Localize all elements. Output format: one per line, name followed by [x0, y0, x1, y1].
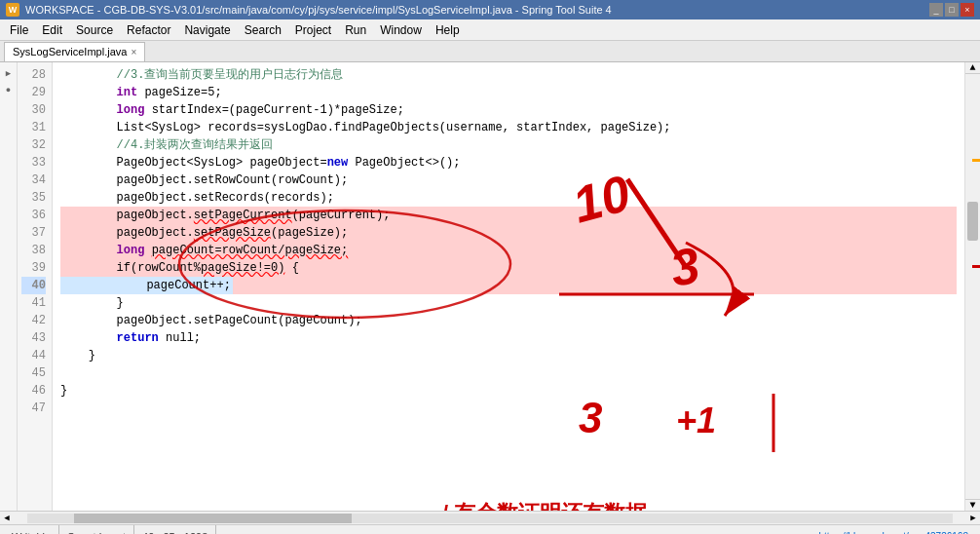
- code-line-33: PageObject<SysLog> pageObject=new PageOb…: [60, 154, 957, 172]
- tab-syslogserviceimpl[interactable]: SysLogServiceImpl.java ×: [4, 42, 145, 61]
- code-line-38: long pageCount=rowCount/pageSize;: [60, 242, 957, 259]
- menu-edit[interactable]: Edit: [36, 21, 68, 39]
- scroll-down-button[interactable]: ▼: [965, 499, 980, 511]
- status-position: 40 : 25 : 1298: [134, 525, 216, 534]
- status-url: https://blog.csdn.net/qq_43736168: [811, 525, 976, 534]
- editor-container: ▶ ● 28 29 30 31 32 33 34 35 36 37 38 39 …: [0, 62, 980, 511]
- scroll-up-button[interactable]: ▲: [965, 62, 980, 74]
- close-button[interactable]: ×: [961, 3, 974, 17]
- tab-bar: SysLogServiceImpl.java ×: [0, 41, 980, 62]
- menu-project[interactable]: Project: [289, 21, 337, 39]
- svg-text:/ 有余数证明还有数据: / 有余数证明还有数据: [442, 501, 648, 511]
- tab-label: SysLogServiceImpl.java: [13, 46, 127, 57]
- right-scrollbar[interactable]: ▲ ▼: [964, 62, 980, 511]
- code-line-30: long startIndex=(pageCurrent-1)*pageSize…: [60, 101, 957, 119]
- code-editor[interactable]: //3.查询当前页要呈现的用户日志行为信息 int pageSize=5; lo…: [53, 62, 964, 511]
- status-bar: Writable Smart Insert 40 : 25 : 1298 htt…: [0, 524, 980, 534]
- bottom-scrollbar: ◀ ▶: [0, 511, 980, 524]
- error-marker: [972, 159, 980, 162]
- code-line-36: pageObject.setPageCurrent(pageCurrent);: [60, 207, 957, 224]
- code-line-35: pageObject.setRecords(records);: [60, 189, 957, 207]
- menu-search[interactable]: Search: [239, 21, 287, 39]
- menu-run[interactable]: Run: [339, 21, 372, 39]
- code-line-31: List<SysLog> records=sysLogDao.findPageO…: [60, 119, 957, 136]
- code-line-44: }: [60, 347, 957, 364]
- menu-bar: File Edit Source Refactor Navigate Searc…: [0, 19, 980, 41]
- line-numbers: 28 29 30 31 32 33 34 35 36 37 38 39 40 4…: [18, 62, 53, 511]
- window-controls: _ □ ×: [929, 3, 974, 17]
- horizontal-scroll-track: [27, 514, 953, 523]
- code-line-39: if(rowCount%pageSize!=0) {: [60, 259, 957, 277]
- code-line-29: int pageSize=5;: [60, 84, 957, 101]
- tab-close-icon[interactable]: ×: [131, 47, 136, 57]
- code-line-40: pageCount++;: [60, 277, 957, 294]
- status-insert-mode: Smart Insert: [59, 525, 134, 534]
- menu-help[interactable]: Help: [430, 21, 466, 39]
- code-line-32: //4.封装两次查询结果并返回: [60, 136, 957, 154]
- code-line-37: pageObject.setPageSize(pageSize);: [60, 224, 957, 242]
- maximize-button[interactable]: □: [945, 3, 959, 17]
- code-line-43: return null;: [60, 329, 957, 347]
- menu-refactor[interactable]: Refactor: [121, 21, 176, 39]
- scroll-thumb[interactable]: [967, 202, 978, 241]
- scroll-left-button[interactable]: ◀: [0, 512, 14, 525]
- window-title: WORKSPACE - CGB-DB-SYS-V3.01/src/main/ja…: [25, 4, 923, 16]
- status-writable: Writable: [4, 525, 59, 534]
- menu-source[interactable]: Source: [70, 21, 119, 39]
- code-line-41: }: [60, 294, 957, 312]
- bookmark-icon: ▶: [2, 66, 16, 80]
- app-icon: W: [6, 3, 19, 17]
- left-sidebar: ▶ ●: [0, 62, 18, 511]
- code-line-34: pageObject.setRowCount(rowCount);: [60, 172, 957, 189]
- code-line-45: [60, 364, 957, 382]
- breakpoint-icon: ●: [2, 84, 16, 97]
- minimize-button[interactable]: _: [929, 3, 943, 17]
- title-bar: W WORKSPACE - CGB-DB-SYS-V3.01/src/main/…: [0, 0, 980, 19]
- horizontal-scroll-thumb[interactable]: [74, 514, 352, 523]
- error-marker-2: [972, 265, 980, 268]
- menu-navigate[interactable]: Navigate: [178, 21, 236, 39]
- menu-file[interactable]: File: [4, 21, 34, 39]
- scroll-right-button[interactable]: ▶: [966, 512, 980, 525]
- code-line-42: pageObject.setPageCount(pageCount);: [60, 312, 957, 329]
- code-line-28: //3.查询当前页要呈现的用户日志行为信息: [60, 66, 957, 84]
- code-line-47: [60, 400, 957, 417]
- scroll-track: [965, 74, 980, 499]
- menu-window[interactable]: Window: [374, 21, 428, 39]
- code-line-46: }: [60, 382, 957, 400]
